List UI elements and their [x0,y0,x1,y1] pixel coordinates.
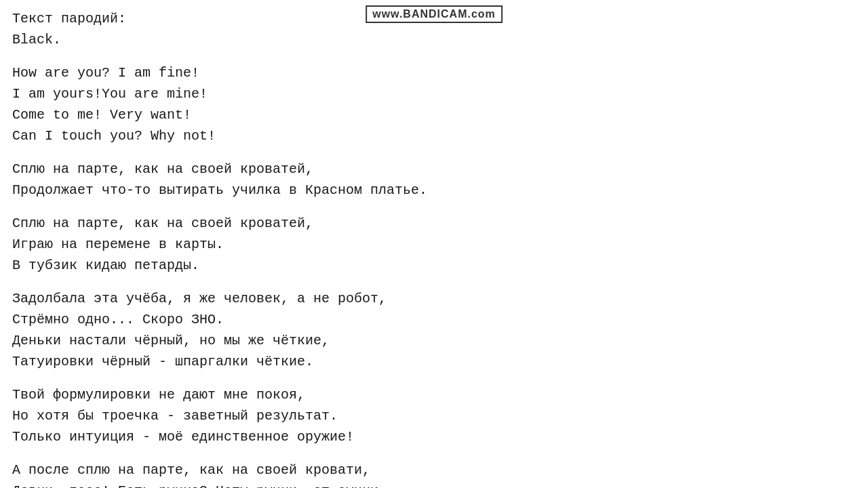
lyrics-line-3-3: Татуировки чёрный - шпаргалки чёткие. [12,351,856,372]
lyrics-block-3: Задолбала эта учёба, я же человек, а не … [12,288,856,372]
lyrics-block-5: А после сплю на парте, как на своей кров… [12,460,856,488]
main-content: Текст пародий: Black. How are you? I am … [0,0,868,488]
lyrics-line-3-2: Деньки настали чёрный, но мы же чёткие, [12,330,856,351]
lyrics-line-1-0: Сплю на парте, как на своей кроватей, [12,159,856,180]
lyrics-line-5-1: Девки, пссс! Есть ручка? Нету ручки, от … [12,481,856,488]
lyrics-line-2-2: В тубзик кидаю петарды. [12,255,856,276]
lyrics-container: How are you? I am fine!I am yours!You ar… [12,62,856,488]
lyrics-line-3-0: Задолбала эта учёба, я же человек, а не … [12,288,856,309]
lyrics-line-2-1: Играю на перемене в карты. [12,234,856,255]
lyrics-block-2: Сплю на парте, как на своей кроватей,Игр… [12,213,856,276]
lyrics-block-4: Твой формулировки не дают мне покоя,Но х… [12,384,856,447]
lyrics-line-4-2: Только интуиция - моё единственное оружи… [12,426,856,447]
lyrics-line-0-2: Come to me! Very want! [12,104,856,125]
lyrics-line-3-1: Стрёмно одно... Скоро ЗНО. [12,309,856,330]
lyrics-block-0: How are you? I am fine!I am yours!You ar… [12,62,856,146]
lyrics-line-0-0: How are you? I am fine! [12,62,856,83]
lyrics-line-1-1: Продолжает что-то вытирать училка в Крас… [12,180,856,201]
lyrics-line-4-1: Но хотя бы троечка - заветный результат. [12,405,856,426]
lyrics-line-5-0: А после сплю на парте, как на своей кров… [12,460,856,481]
lyrics-line-4-0: Твой формулировки не дают мне покоя, [12,384,856,405]
lyrics-line-2-0: Сплю на парте, как на своей кроватей, [12,213,856,234]
lyrics-line-0-1: I am yours!You are mine! [12,83,856,104]
lyrics-block-1: Сплю на парте, как на своей кроватей,Про… [12,159,856,201]
header-line2: Black. [12,29,856,50]
lyrics-line-0-3: Can I touch you? Why not! [12,125,856,146]
watermark-text: www.BANDICAM.com [372,8,496,20]
watermark-badge: www.BANDICAM.com [366,5,502,23]
